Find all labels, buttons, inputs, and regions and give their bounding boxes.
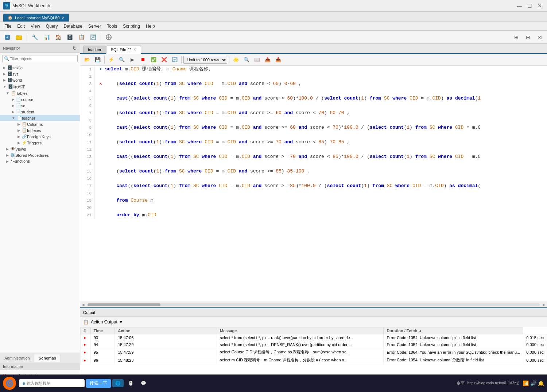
search-input[interactable] bbox=[27, 381, 81, 385]
scroll-left-btn[interactable]: ◀ bbox=[80, 303, 86, 307]
code-line[interactable]: 16 bbox=[80, 175, 547, 182]
wechat-btn[interactable]: 💬 bbox=[138, 379, 149, 387]
code-line[interactable]: 13 cast((select count(1) from SC where C… bbox=[80, 153, 547, 160]
schema-item-views[interactable]: ▶ 👁️ Views bbox=[0, 146, 80, 152]
export-btn[interactable]: 📤 bbox=[263, 55, 272, 65]
close-btn[interactable]: ✕ bbox=[535, 3, 544, 9]
refresh-schema-icon[interactable]: ↻ bbox=[73, 45, 77, 51]
table-btn[interactable]: 📋 bbox=[76, 32, 86, 42]
scroll-track[interactable] bbox=[88, 303, 540, 306]
layout-btn-1[interactable]: ⊞ bbox=[511, 32, 521, 42]
select-btn[interactable] bbox=[104, 32, 114, 42]
menu-query[interactable]: Query bbox=[43, 23, 61, 30]
scroll-thumb[interactable] bbox=[88, 303, 160, 306]
schema-item-tables[interactable]: ▼ 📋 Tables bbox=[0, 90, 80, 96]
open-btn[interactable] bbox=[14, 32, 24, 42]
save-btn[interactable]: 💾 bbox=[93, 55, 102, 65]
layout-btn-3[interactable]: ⊠ bbox=[535, 32, 545, 42]
code-line[interactable]: 12 bbox=[80, 146, 547, 153]
commit-btn[interactable]: ✅ bbox=[149, 55, 158, 65]
menu-file[interactable]: File bbox=[1, 23, 14, 30]
horizontal-scrollbar[interactable]: ◀ ▶ bbox=[80, 302, 547, 307]
action-output-dropdown[interactable]: Action Output ▼ bbox=[91, 319, 123, 325]
schema-item-foreign-keys[interactable]: ▶ 🔗 Foreign Keys bbox=[0, 133, 80, 140]
code-line[interactable]: 2 bbox=[80, 73, 547, 80]
browser-taskbar-btn[interactable]: 🌐 bbox=[112, 379, 124, 387]
schema-item-student[interactable]: ▶ 📄 student bbox=[0, 109, 80, 115]
output-table-row[interactable]: ●9415:47:29select * from (select t.*, px… bbox=[81, 341, 547, 348]
schema-btn[interactable]: 🗄️ bbox=[65, 32, 75, 42]
schema-item-sys[interactable]: ▶ 🗄️ sys bbox=[0, 71, 80, 77]
output-table-row[interactable]: ●9315:47:06select * from (select t.*, px… bbox=[81, 334, 547, 341]
search-bar[interactable]: e bbox=[19, 379, 85, 387]
schema-item-stored-procs[interactable]: ▶ ⚙️ Stored Procedures bbox=[0, 152, 80, 158]
start-button[interactable]: 🌀 bbox=[3, 377, 16, 390]
code-line[interactable]: 4 bbox=[80, 88, 547, 95]
table-data-btn[interactable]: 🔍 bbox=[242, 55, 251, 65]
open-file-btn[interactable]: 📂 bbox=[82, 55, 92, 65]
code-line[interactable]: 20 bbox=[80, 204, 547, 211]
cursor-btn[interactable]: 🖱️ bbox=[125, 379, 136, 387]
output-copy-btn[interactable]: 📋 bbox=[83, 319, 89, 325]
run-query-btn[interactable]: ⚡ bbox=[106, 55, 116, 65]
instance-tab-local[interactable]: 🏠 Local instance MySQL80 ✕ bbox=[3, 13, 69, 22]
schema-item-qingxingcai[interactable]: ▼ 🗄️ 庠兴才 bbox=[0, 83, 80, 90]
code-editor[interactable]: 1●select m.CID 课程编号, m.Cname 课程名称,23✕ (s… bbox=[80, 66, 547, 302]
toggle-btn[interactable]: 🔄 bbox=[170, 55, 179, 65]
schema-item-indexes[interactable]: ▶ 📋 Indexes bbox=[0, 127, 80, 133]
code-line[interactable]: 6 bbox=[80, 102, 547, 109]
schema-inspector-btn[interactable]: 🌟 bbox=[231, 55, 241, 65]
code-line[interactable]: 8 bbox=[80, 117, 547, 124]
layout-btn-2[interactable]: ⊟ bbox=[523, 32, 533, 42]
management-btn[interactable]: 🔧 bbox=[30, 32, 40, 42]
code-line[interactable]: 15 (select count(1) from SC where CID = … bbox=[80, 168, 547, 175]
tab-schemas[interactable]: Schemas bbox=[34, 354, 61, 362]
menu-tools[interactable]: Tools bbox=[104, 23, 120, 30]
import-btn[interactable]: 📥 bbox=[274, 55, 283, 65]
code-line[interactable]: 19 from Course m bbox=[80, 197, 547, 204]
code-line[interactable]: 17 cast((select count(1) from SC where C… bbox=[80, 182, 547, 190]
code-line[interactable]: 14 bbox=[80, 160, 547, 168]
code-line[interactable]: 7 (select count(1) from SC where CID = m… bbox=[80, 109, 547, 117]
code-line[interactable]: 10 bbox=[80, 131, 547, 139]
code-line[interactable]: 3✕ (select count(1) from SC where CID = … bbox=[80, 80, 547, 88]
menu-help[interactable]: Help bbox=[143, 23, 158, 30]
context-help-btn[interactable]: 📖 bbox=[252, 55, 262, 65]
sql-tab-teacher[interactable]: teacher bbox=[83, 46, 106, 53]
new-connection-btn[interactable]: + bbox=[2, 32, 12, 42]
schema-item-columns[interactable]: ▶ 📋 Columns bbox=[0, 121, 80, 127]
schema-item-functions[interactable]: ▶ ƒ Functions bbox=[0, 158, 80, 164]
performance-btn[interactable]: 📊 bbox=[41, 32, 51, 42]
refresh-btn[interactable]: 🔄 bbox=[88, 32, 98, 42]
sql-tab-file4[interactable]: SQL File 4* ✕ bbox=[106, 46, 141, 54]
output-table-row[interactable]: ●9515:47:59select Course.CID 课程编号，Cname … bbox=[81, 348, 547, 356]
code-line[interactable]: 18 bbox=[80, 190, 547, 197]
schema-item-triggers[interactable]: ▶ ⚡ Triggers bbox=[0, 140, 80, 146]
schema-item-world[interactable]: ▶ 🗄️ world bbox=[0, 77, 80, 83]
filter-input[interactable] bbox=[9, 57, 76, 61]
schema-item-course[interactable]: ▶ 📄 course bbox=[0, 96, 80, 102]
schema-tree[interactable]: 🔍 ▶ 🗄️ sakila ▶ 🗄️ sys ▶ 🗄️ world ▼ bbox=[0, 53, 80, 353]
output-table-container[interactable]: # Time Action Message Duration / Fetch ▲… bbox=[80, 327, 547, 380]
code-line[interactable]: 1●select m.CID 课程编号, m.Cname 课程名称, bbox=[80, 66, 547, 73]
output-table-row[interactable]: ●9615:48:23select m CID 课程编号，m.Cname 课程名… bbox=[81, 356, 547, 364]
menu-view[interactable]: View bbox=[28, 23, 43, 30]
code-line[interactable]: 11 (select count(1) from SC where CID = … bbox=[80, 139, 547, 146]
menu-edit[interactable]: Edit bbox=[14, 23, 28, 30]
filter-box[interactable]: 🔍 bbox=[2, 55, 78, 62]
schema-item-sc[interactable]: ▶ 📄 sc bbox=[0, 102, 80, 109]
tab-administration[interactable]: Administration bbox=[0, 354, 34, 362]
find-btn[interactable]: 🔍 bbox=[117, 55, 127, 65]
sql-tab-close[interactable]: ✕ bbox=[133, 48, 136, 51]
schema-item-sakila[interactable]: ▶ 🗄️ sakila bbox=[0, 65, 80, 71]
menu-scripting[interactable]: Scripting bbox=[120, 23, 143, 30]
instance-tab-close[interactable]: ✕ bbox=[62, 16, 65, 20]
stop-btn[interactable]: ⏹ bbox=[138, 55, 148, 65]
limit-select[interactable]: Limit to 1000 rows Don't Limit Limit to … bbox=[183, 56, 227, 64]
menu-server[interactable]: Server bbox=[85, 23, 104, 30]
minimize-btn[interactable]: — bbox=[515, 3, 524, 9]
menu-database[interactable]: Database bbox=[61, 23, 85, 30]
rollback-btn[interactable]: ❌ bbox=[159, 55, 169, 65]
home-btn[interactable]: 🏠 bbox=[53, 32, 63, 42]
schema-item-teacher[interactable]: ▼ 📄 teacher bbox=[0, 115, 80, 121]
